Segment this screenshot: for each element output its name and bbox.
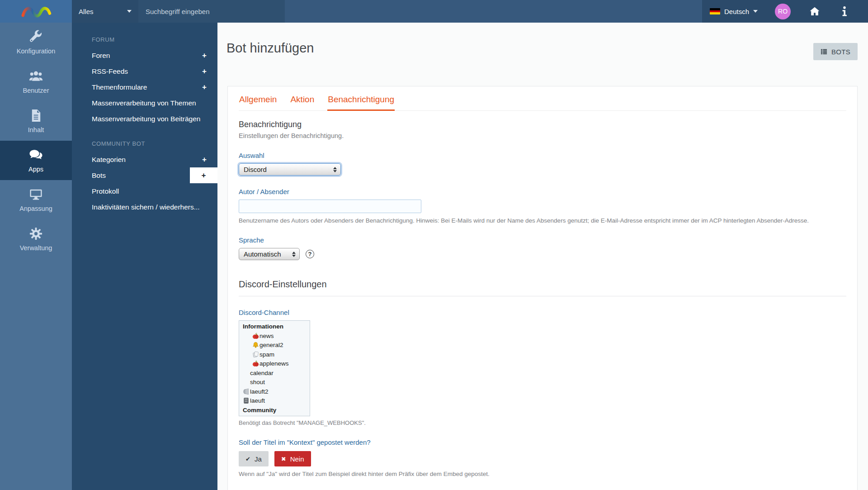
yes-no-button-group: ✔ Ja ✖ Nein: [239, 451, 846, 466]
file-icon: [29, 109, 43, 123]
channel-label: Informationen: [243, 323, 283, 330]
channel-hint: Benötigt das Botrecht "MANAGE_WEBHOOKS".: [239, 419, 846, 426]
add-icon[interactable]: +: [202, 152, 207, 167]
yes-button[interactable]: ✔ Ja: [239, 451, 269, 466]
menu-item-kategorien[interactable]: Kategorien+: [72, 152, 217, 167]
channel-label: spam: [259, 351, 274, 358]
channel-option-laeuft2[interactable]: laeuft2: [239, 387, 310, 397]
sidebar-item-label: Verwaltung: [20, 244, 52, 252]
times-icon: ✖: [281, 456, 286, 462]
menu-item-massenverarbeitung-von-beitr-gen[interactable]: Massenverarbeitung von Beiträgen: [72, 111, 217, 127]
sidebar-item-label: Anpassung: [19, 205, 52, 212]
sidebar-item-label: Inhalt: [28, 126, 44, 133]
titel-question-label: Soll der Titel im "Kontext" gepostet wer…: [239, 438, 371, 446]
channel-option-calendar[interactable]: calendar: [239, 369, 310, 378]
home-icon[interactable]: [809, 5, 821, 17]
channel-label: news: [259, 333, 274, 339]
info-icon[interactable]: [839, 5, 850, 17]
no-button[interactable]: ✖ Nein: [274, 451, 311, 466]
page-title: Bot hinzufügen: [226, 41, 314, 56]
avatar[interactable]: RO: [775, 4, 791, 19]
titel-description: Wenn auf "Ja" wird der Titel zum Beispie…: [239, 471, 840, 477]
users-icon: [29, 69, 43, 83]
tab-aktion[interactable]: Aktion: [290, 90, 315, 110]
channel-label: laeuft: [250, 397, 265, 404]
discord-section-title: Discord-Einstellungen: [239, 279, 846, 290]
sidebar-item-apps[interactable]: Apps: [0, 141, 72, 180]
autor-input[interactable]: [239, 200, 421, 213]
menu-item-protokoll[interactable]: Protokoll: [72, 183, 217, 199]
add-icon[interactable]: +: [190, 167, 217, 183]
language-label: Deutsch: [724, 8, 749, 15]
menu-item-inaktivit-ten-sichern-wiederhers[interactable]: Inaktivitäten sichern / wiederhers...: [72, 199, 217, 215]
channel-option-spam[interactable]: spam: [239, 350, 310, 360]
content-area: Bot hinzufügen BOTS AllgemeinAktionBenac…: [217, 23, 868, 490]
app-logo[interactable]: [0, 0, 72, 23]
tab-allgemein[interactable]: Allgemein: [239, 90, 277, 110]
menu-item-foren[interactable]: Foren+: [72, 48, 217, 63]
menu-item-bots[interactable]: Bots+: [72, 167, 217, 183]
auswahl-label: Auswahl: [239, 152, 264, 159]
comments-icon: [29, 148, 43, 162]
apple-icon: [252, 360, 259, 367]
add-icon[interactable]: +: [202, 79, 207, 95]
bots-button-label: BOTS: [831, 48, 850, 56]
sidebar-item-anpassung[interactable]: Anpassung: [0, 180, 72, 219]
secondary-menu: FORUMForen+RSS-Feeds+Themenformulare+Mas…: [72, 23, 217, 490]
channel-label: calendar: [250, 370, 274, 376]
pages-icon: [252, 351, 259, 358]
auswahl-select[interactable]: Discord: [239, 163, 341, 176]
sprache-label: Sprache: [239, 236, 264, 244]
bots-list-button[interactable]: BOTS: [813, 43, 858, 60]
help-icon[interactable]: ?: [306, 250, 314, 258]
tab-benachrichtigung[interactable]: Benachrichtigung: [327, 90, 395, 110]
search-box: [138, 0, 285, 23]
channel-option-shout[interactable]: shout: [239, 378, 310, 387]
section-subtitle: Einstellungen der Benachrichtigung.: [239, 132, 846, 139]
language-switcher[interactable]: Deutsch: [710, 8, 758, 15]
channel-label: general2: [259, 342, 283, 348]
select-arrows-icon: [292, 252, 296, 257]
yes-label: Ja: [255, 455, 262, 463]
menu-item-label: Protokoll: [92, 187, 119, 195]
channel-label: shout: [250, 379, 265, 385]
menu-item-label: Massenverarbeitung von Beiträgen: [92, 115, 200, 123]
channel-option-laeuft[interactable]: laeuft: [239, 396, 310, 406]
search-input[interactable]: [138, 0, 285, 23]
check-icon: ✔: [245, 456, 250, 462]
auswahl-value: Discord: [244, 166, 267, 173]
topbar-actions: Deutsch RO: [702, 0, 868, 23]
channel-label: Community: [243, 407, 276, 414]
sidebar-item-benutzer[interactable]: Benutzer: [0, 62, 72, 101]
topbar-spacer: [285, 0, 702, 23]
avatar-initials: RO: [778, 8, 788, 15]
search-scope-dropdown[interactable]: Alles: [72, 0, 138, 23]
autor-label: Autor / Absender: [239, 188, 289, 195]
german-flag-icon: [710, 8, 720, 14]
gear-icon: [29, 227, 43, 241]
menu-item-label: Bots: [92, 171, 106, 180]
sprache-select[interactable]: Automatisch: [239, 248, 300, 260]
menu-item-label: Foren: [92, 52, 110, 60]
menu-item-themenformulare[interactable]: Themenformulare+: [72, 79, 217, 95]
sidebar-item-verwaltung[interactable]: Verwaltung: [0, 219, 72, 259]
menu-item-massenverarbeitung-von-themen[interactable]: Massenverarbeitung von Themen: [72, 95, 217, 111]
menu-item-rss-feeds[interactable]: RSS-Feeds+: [72, 63, 217, 79]
menu-item-label: Themenformulare: [92, 83, 147, 91]
autor-description: Benutzername des Autors oder Absenders d…: [239, 217, 840, 224]
add-icon[interactable]: +: [202, 63, 207, 79]
main-frame: KonfigurationBenutzerInhaltAppsAnpassung…: [0, 23, 868, 490]
add-icon[interactable]: +: [202, 48, 207, 63]
list-icon: [821, 48, 827, 55]
channel-option-applenews[interactable]: applenews: [239, 359, 310, 369]
channel-option-news[interactable]: news: [239, 332, 310, 341]
sidebar-item-konfiguration[interactable]: Konfiguration: [0, 23, 72, 62]
top-bar: Alles Deutsch RO: [0, 0, 868, 23]
channel-option-general2[interactable]: general2: [239, 341, 310, 350]
discord-channel-listbox[interactable]: Informationennewsgeneral2spamapplenewsca…: [239, 320, 310, 416]
sidebar-item-inhalt[interactable]: Inhalt: [0, 101, 72, 141]
form-panel: AllgemeinAktionBenachrichtigung Benachri…: [227, 86, 858, 490]
wrench-icon: [29, 30, 43, 44]
primary-sidebar: KonfigurationBenutzerInhaltAppsAnpassung…: [0, 23, 72, 490]
cabinet-icon: [243, 397, 250, 404]
